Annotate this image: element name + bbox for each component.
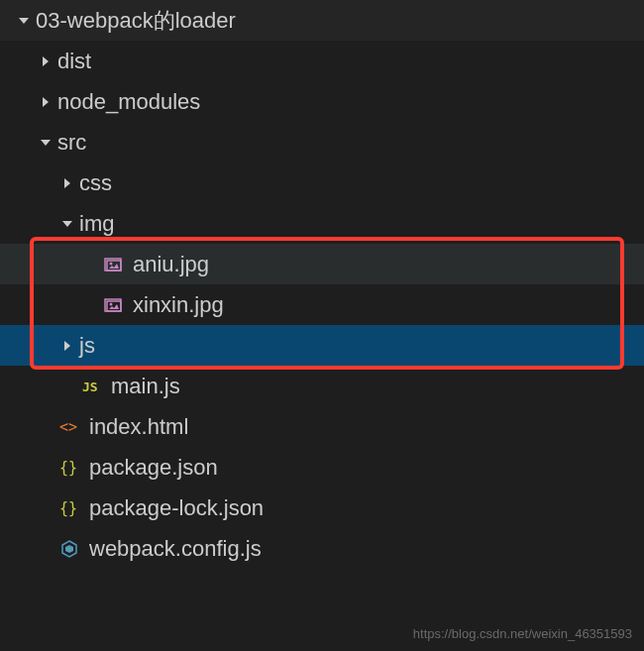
chevron-right-icon <box>55 171 79 195</box>
folder-label: src <box>57 130 86 156</box>
file-label: package.json <box>89 455 218 481</box>
svg-text:{}: {} <box>59 499 77 517</box>
tree-folder-root[interactable]: 03-webpack的loader <box>0 0 644 41</box>
folder-label: 03-webpack的loader <box>36 6 236 36</box>
svg-text:JS: JS <box>82 380 98 394</box>
image-icon <box>101 253 125 276</box>
file-label: aniu.jpg <box>133 252 209 277</box>
chevron-down-icon <box>55 212 79 236</box>
chevron-right-icon <box>34 90 57 114</box>
folder-label: dist <box>57 49 91 74</box>
svg-text:<>: <> <box>59 418 77 436</box>
tree-folder-img[interactable]: img <box>0 203 644 244</box>
chevron-down-icon <box>34 131 57 155</box>
chevron-right-icon <box>55 334 79 358</box>
json-icon: {} <box>57 496 81 520</box>
webpack-icon <box>57 537 81 561</box>
tree-folder-node-modules[interactable]: node_modules <box>0 81 644 122</box>
file-label: index.html <box>89 414 188 440</box>
tree-file-main-js[interactable]: JS main.js <box>0 366 644 406</box>
svg-rect-1 <box>107 261 121 271</box>
tree-file-aniu[interactable]: aniu.jpg <box>0 244 644 284</box>
svg-text:{}: {} <box>59 459 77 477</box>
image-icon <box>101 293 125 317</box>
svg-point-2 <box>110 262 113 265</box>
tree-file-index-html[interactable]: <> index.html <box>0 406 644 447</box>
tree-folder-css[interactable]: css <box>0 163 644 203</box>
tree-folder-js[interactable]: js <box>0 325 644 366</box>
tree-file-package-lock-json[interactable]: {} package-lock.json <box>0 488 644 528</box>
svg-marker-11 <box>65 545 73 553</box>
file-label: main.js <box>111 374 180 399</box>
file-label: webpack.config.js <box>89 536 262 562</box>
folder-label: img <box>79 211 114 237</box>
tree-file-xinxin[interactable]: xinxin.jpg <box>0 284 644 325</box>
folder-label: css <box>79 170 112 196</box>
chevron-right-icon <box>34 50 57 73</box>
chevron-down-icon <box>12 9 36 33</box>
file-label: xinxin.jpg <box>133 292 224 318</box>
svg-point-5 <box>110 302 113 305</box>
tree-folder-dist[interactable]: dist <box>0 41 644 81</box>
watermark: https://blog.csdn.net/weixin_46351593 <box>413 626 632 641</box>
html-icon: <> <box>57 415 81 439</box>
svg-rect-4 <box>107 301 121 311</box>
tree-file-webpack-config[interactable]: webpack.config.js <box>0 528 644 569</box>
js-icon: JS <box>79 375 103 398</box>
file-label: package-lock.json <box>89 495 264 521</box>
folder-label: js <box>79 333 95 359</box>
tree-file-package-json[interactable]: {} package.json <box>0 447 644 488</box>
tree-folder-src[interactable]: src <box>0 122 644 163</box>
json-icon: {} <box>57 456 81 480</box>
folder-label: node_modules <box>57 89 200 115</box>
